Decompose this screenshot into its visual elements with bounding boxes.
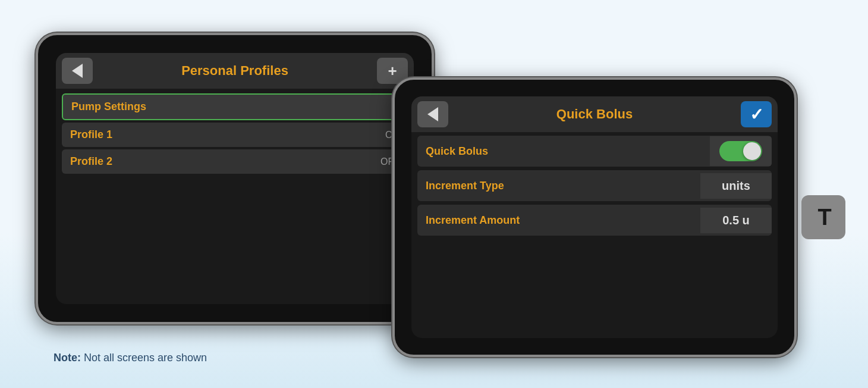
list-item-profile-1[interactable]: Profile 1 ON [62, 123, 408, 147]
item-label: Profile 2 [70, 155, 112, 168]
add-icon: + [388, 62, 397, 80]
quick-bolus-toggle[interactable] [710, 136, 772, 166]
screen-quick-bolus: Quick Bolus ✓ Quick Bolus Increment Type… [411, 96, 778, 338]
screen-title-qb: Quick Bolus [448, 107, 741, 122]
item-label: Profile 1 [70, 129, 112, 141]
t-icon: T [817, 205, 829, 230]
device-quick-bolus: Quick Bolus ✓ Quick Bolus Increment Type… [392, 77, 797, 357]
checkmark-icon: ✓ [750, 105, 763, 124]
increment-amount-label: Increment Amount [417, 208, 700, 233]
increment-type-label: Increment Type [417, 174, 700, 198]
list-item-pump-settings[interactable]: Pump Settings [62, 93, 408, 120]
increment-type-value: units [700, 173, 772, 199]
screen-personal-profiles: Personal Profiles + Pump Settings Profil… [56, 53, 414, 304]
note-body: Not all screens are shown [81, 352, 207, 364]
increment-amount-row[interactable]: Increment Amount 0.5 u [417, 205, 772, 236]
confirm-button[interactable]: ✓ [741, 101, 772, 127]
back-button-qb[interactable] [417, 101, 448, 127]
back-arrow-icon [72, 64, 83, 78]
toggle-knob [743, 142, 761, 160]
item-label: Pump Settings [71, 101, 146, 113]
t-icon-button[interactable]: T [801, 195, 845, 239]
header-bar-qb: Quick Bolus ✓ [411, 96, 778, 132]
screen-title: Personal Profiles [93, 63, 377, 79]
back-button[interactable] [62, 58, 93, 84]
note-text: Note: Not all screens are shown [54, 352, 207, 364]
increment-amount-value: 0.5 u [700, 208, 772, 233]
device-personal-profiles: Personal Profiles + Pump Settings Profil… [36, 33, 434, 324]
list-item-profile-2[interactable]: Profile 2 OFF [62, 149, 408, 174]
increment-type-row[interactable]: Increment Type units [417, 170, 772, 201]
toggle-switch[interactable] [719, 141, 762, 161]
quick-bolus-toggle-row: Quick Bolus [417, 136, 772, 167]
profile-list: Pump Settings Profile 1 ON Profile 2 OFF [56, 89, 414, 181]
quick-bolus-label: Quick Bolus [417, 139, 710, 164]
header-bar: Personal Profiles + [56, 53, 414, 89]
note-bold: Note: [54, 352, 81, 364]
back-arrow-icon-qb [427, 107, 438, 121]
